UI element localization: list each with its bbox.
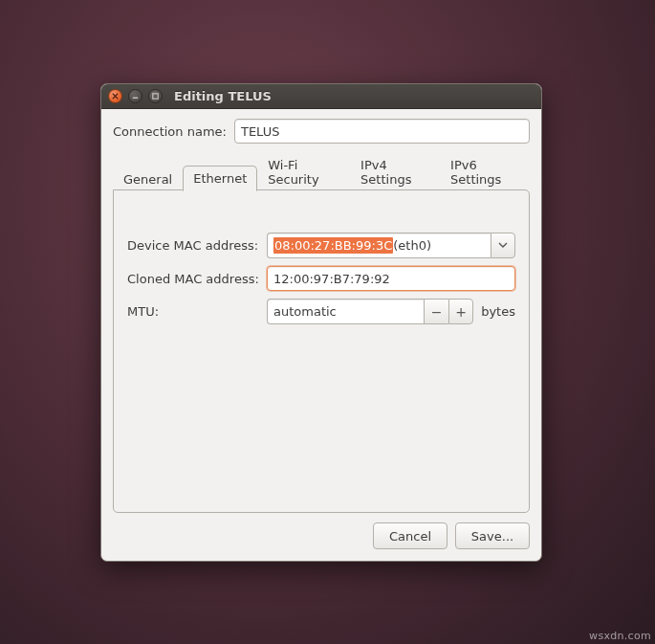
- ethernet-tab-panel: Device MAC address: 08:00:27:BB:99:3C (e…: [113, 189, 530, 513]
- device-mac-dropdown-button[interactable]: [491, 233, 515, 258]
- svg-rect-3: [153, 94, 158, 99]
- tab-ipv4-settings[interactable]: IPv4 Settings: [350, 152, 440, 191]
- cancel-button[interactable]: Cancel: [373, 522, 448, 549]
- cloned-mac-label: Cloned MAC address:: [127, 272, 261, 286]
- tab-ethernet[interactable]: Ethernet: [183, 166, 257, 191]
- device-mac-combo[interactable]: 08:00:27:BB:99:3C (eth0): [267, 233, 515, 258]
- device-mac-label: Device MAC address:: [127, 238, 261, 253]
- mtu-row: MTU: automatic − + bytes: [127, 299, 515, 324]
- connection-name-label: Connection name:: [113, 124, 227, 139]
- titlebar[interactable]: Editing TELUS: [101, 84, 541, 109]
- tab-ipv6-settings[interactable]: IPv6 Settings: [440, 152, 530, 191]
- device-mac-row: Device MAC address: 08:00:27:BB:99:3C (e…: [127, 233, 515, 258]
- watermark-text: wsxdn.com: [589, 630, 651, 642]
- network-editor-window: Editing TELUS Connection name: General E…: [100, 83, 542, 562]
- cloned-mac-row: Cloned MAC address:: [127, 266, 515, 291]
- desktop-background: Editing TELUS Connection name: General E…: [0, 0, 655, 644]
- mtu-spinner[interactable]: automatic − +: [267, 299, 473, 324]
- save-button[interactable]: Save...: [455, 522, 530, 549]
- connection-name-row: Connection name:: [113, 119, 530, 144]
- window-minimize-button[interactable]: [128, 89, 142, 103]
- device-mac-value[interactable]: 08:00:27:BB:99:3C (eth0): [267, 233, 491, 258]
- chevron-down-icon: [498, 238, 508, 253]
- device-mac-iface: (eth0): [393, 238, 431, 253]
- window-maximize-button[interactable]: [148, 89, 163, 103]
- mtu-decrement-button[interactable]: −: [424, 299, 448, 324]
- tab-general[interactable]: General: [113, 167, 183, 191]
- device-mac-selected-text: 08:00:27:BB:99:3C: [273, 237, 393, 254]
- connection-name-input[interactable]: [234, 119, 530, 144]
- tab-bar: General Ethernet Wi-Fi Security IPv4 Set…: [113, 151, 530, 190]
- dialog-button-bar: Cancel Save...: [113, 513, 530, 549]
- cloned-mac-input[interactable]: [267, 266, 515, 291]
- mtu-unit-label: bytes: [481, 304, 515, 319]
- mtu-value[interactable]: automatic: [267, 299, 424, 324]
- tab-wifi-security[interactable]: Wi-Fi Security: [257, 152, 350, 191]
- mtu-increment-button[interactable]: +: [448, 299, 473, 324]
- window-close-button[interactable]: [108, 89, 122, 103]
- mtu-label: MTU:: [127, 304, 261, 319]
- window-title: Editing TELUS: [174, 89, 272, 103]
- window-content: Connection name: General Ethernet Wi-Fi …: [101, 109, 541, 561]
